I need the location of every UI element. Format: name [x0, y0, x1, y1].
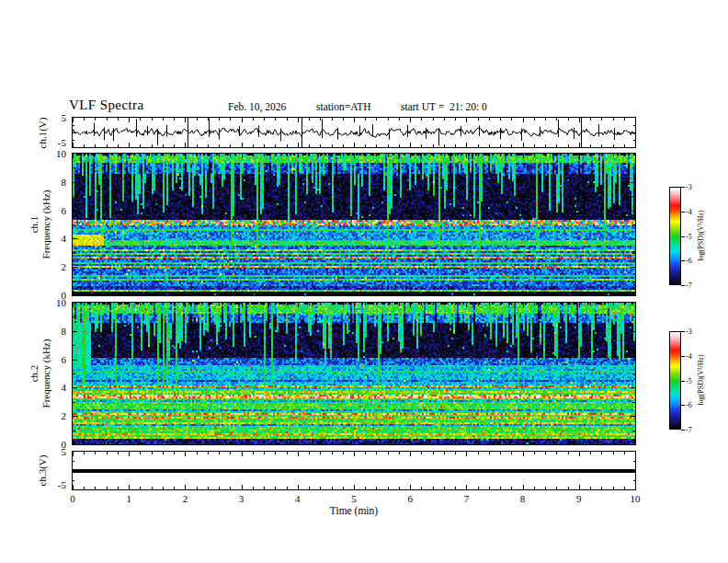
ch2-spectrogram-panel — [72, 302, 636, 445]
x-axis-tick-label: 4 — [288, 493, 308, 504]
ch2-axis-label-line2: Frequency (kHz) — [40, 302, 52, 445]
colorbar-tick-label: -7 — [686, 282, 700, 290]
y-axis-tick-label: 10 — [46, 297, 66, 308]
x-axis-tick-label: 7 — [456, 493, 476, 504]
y-axis-tick-label: 5 — [46, 446, 66, 457]
ch1-frequency-axis-label: ch.1 Frequency (kHz) — [28, 153, 52, 296]
colorbar-tick-label: -3 — [686, 183, 700, 191]
ch1-axis-label-line1: ch.1 — [28, 153, 40, 296]
x-axis-tick-label: 6 — [400, 493, 420, 504]
figure-title: VLF Spectra — [69, 98, 143, 113]
x-axis-tick-label: 10 — [625, 493, 645, 504]
colorbar-tick-label: -5 — [686, 377, 700, 385]
ch2-colorbar — [669, 331, 681, 430]
colorbar-tick-mark — [681, 331, 685, 332]
colorbar-tick-label: -6 — [686, 257, 700, 265]
y-axis-tick-label: 4 — [46, 233, 66, 244]
colorbar-tick-label: -4 — [686, 208, 700, 216]
colorbar-tick-label: -4 — [686, 352, 700, 361]
colorbar-tick-mark — [681, 430, 685, 431]
x-axis-tick-label: 2 — [175, 493, 195, 504]
y-axis-tick-label: 2 — [46, 410, 66, 421]
colorbar-tick-mark — [681, 212, 685, 213]
y-axis-tick-label: 6 — [46, 354, 66, 365]
colorbar-tick-mark — [681, 285, 685, 286]
ch1-axis-label-line2: Frequency (kHz) — [40, 153, 52, 296]
colorbar-tick-mark — [681, 260, 685, 261]
ch3-waveform-panel — [72, 451, 636, 490]
colorbar-tick-label: -7 — [686, 426, 700, 434]
ch3-waveform-canvas — [73, 452, 635, 489]
x-axis-tick-label: 8 — [513, 493, 533, 504]
y-axis-tick-label: 5 — [46, 112, 66, 123]
ch2-spectrogram-canvas — [73, 303, 635, 444]
x-axis-tick-label: 5 — [344, 493, 364, 504]
x-axis-tick-label: 0 — [63, 493, 83, 504]
ch1-waveform-canvas — [73, 118, 635, 147]
start-ut-label: start UT = 21: 20: 0 — [401, 101, 487, 112]
ch1-colorbar-canvas — [670, 188, 680, 284]
colorbar-tick-mark — [681, 236, 685, 237]
vlf-spectra-figure: VLF Spectra Feb. 10, 2026 station=ATH st… — [0, 0, 728, 563]
x-axis-tick-label: 3 — [232, 493, 252, 504]
figure-date: Feb. 10, 2026 — [228, 101, 286, 112]
colorbar-tick-label: -6 — [686, 401, 700, 409]
y-axis-tick-label: 2 — [46, 261, 66, 272]
x-axis-tick-label: 1 — [119, 493, 139, 504]
ch2-colorbar-canvas — [670, 332, 680, 429]
colorbar-tick-mark — [681, 187, 685, 188]
ch1-spectrogram-panel — [72, 153, 636, 296]
colorbar-tick-mark — [681, 405, 685, 406]
colorbar-tick-mark — [681, 356, 685, 357]
y-axis-tick-label: -5 — [46, 479, 66, 490]
time-axis-label: Time (min) — [299, 505, 409, 516]
ch2-frequency-axis-label: ch.2 Frequency (kHz) — [28, 302, 52, 445]
y-axis-tick-label: 4 — [46, 382, 66, 393]
y-axis-tick-label: -5 — [46, 137, 66, 148]
y-axis-tick-label: 8 — [46, 326, 66, 337]
y-axis-tick-label: 10 — [46, 148, 66, 159]
x-axis-tick-label: 9 — [569, 493, 589, 504]
ch1-waveform-panel — [72, 117, 636, 148]
ch1-spectrogram-canvas — [73, 154, 635, 295]
station-label: station=ATH — [316, 101, 371, 112]
ch1-colorbar — [669, 187, 681, 285]
colorbar-tick-label: -3 — [686, 327, 700, 336]
ch2-axis-label-line1: ch.2 — [28, 302, 40, 445]
colorbar-tick-label: -5 — [686, 233, 700, 241]
y-axis-tick-label: 8 — [46, 177, 66, 188]
y-axis-tick-label: 6 — [46, 205, 66, 216]
colorbar-tick-mark — [681, 381, 685, 382]
